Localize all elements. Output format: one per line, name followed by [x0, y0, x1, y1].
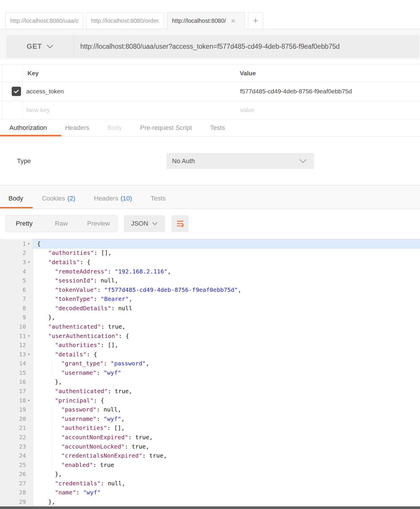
code-line: 24"credentialsNonExpired": true,	[0, 451, 420, 460]
request-tab-1[interactable]: http://localhost:8080/uaa/o	[5, 12, 83, 29]
url-bar: GET http://localhost:8080/uaa/user?acces…	[6, 35, 419, 58]
gutter-cell: 20	[0, 414, 33, 423]
code-line-content: "decodedDetails": null	[33, 304, 420, 313]
code-line: 16},	[0, 377, 420, 387]
url-input[interactable]: http://localhost:8080/uaa/user?access_to…	[74, 43, 340, 50]
fold-arrow-icon[interactable]: ▾	[26, 398, 32, 402]
gutter-cell: 27	[0, 479, 33, 488]
code-line: 29},	[0, 497, 420, 506]
code-line: 4"remoteAddress": "192.168.2.116",	[0, 267, 420, 276]
request-tab-3-active[interactable]: http://localhost:8080/ ✕	[167, 12, 245, 29]
new-tab-button[interactable]: +	[248, 12, 263, 29]
line-number: 21	[19, 424, 26, 431]
line-number: 6	[22, 286, 26, 293]
code-line-content: "details": {	[33, 257, 420, 267]
fold-arrow-icon[interactable]: ▾	[26, 260, 32, 264]
line-number: 24	[19, 452, 26, 459]
code-line-content: {	[33, 239, 420, 248]
line-number: 13	[19, 351, 26, 358]
code-line-content: "name": "wyf"	[33, 488, 420, 497]
line-number: 19	[19, 406, 26, 413]
gutter-cell: 7	[0, 294, 33, 304]
drag-handle-empty	[0, 101, 2, 119]
tab-tests[interactable]: Tests	[210, 124, 225, 132]
pretty-button[interactable]: Pretty	[6, 215, 43, 232]
line-number: 18	[19, 397, 26, 404]
response-tab-label: Headers	[94, 195, 118, 202]
code-line-content: },	[33, 469, 420, 479]
line-number: 16	[19, 378, 26, 385]
line-number: 4	[22, 268, 26, 275]
gutter-cell: 16	[0, 377, 33, 387]
horizontal-scrollbar[interactable]	[0, 506, 420, 509]
raw-button[interactable]: Raw	[43, 215, 80, 232]
response-toolbar: Pretty Raw Preview JSON	[0, 209, 420, 239]
response-tab-cookies[interactable]: Cookies(2)	[42, 195, 75, 202]
gutter-cell: 13▾	[0, 350, 33, 359]
code-line-content: "username": "wyf"	[33, 368, 420, 377]
gutter-cell: 14	[0, 359, 33, 368]
gutter-cell: 11▾	[0, 331, 33, 341]
fold-arrow-icon[interactable]: ▾	[26, 334, 32, 338]
gutter-cell: 19	[0, 405, 33, 414]
param-enabled-checkbox[interactable]	[12, 87, 21, 96]
param-row: access_token f577d485-cd49-4deb-8756-f9e…	[0, 82, 420, 101]
language-dropdown[interactable]: JSON	[124, 215, 165, 232]
response-body-code: 1▾{2"authorities": [],3▾"details": {4"re…	[0, 239, 420, 506]
language-value: JSON	[131, 220, 148, 227]
tab-body[interactable]: Body	[107, 124, 122, 132]
new-value-input[interactable]: value	[235, 101, 420, 119]
line-number: 12	[19, 341, 26, 348]
auth-type-dropdown[interactable]: No Auth	[166, 153, 314, 169]
line-number: 26	[19, 470, 26, 477]
wrap-lines-button[interactable]	[171, 215, 189, 232]
auth-type-value: No Auth	[172, 157, 299, 165]
code-line: 26},	[0, 469, 420, 479]
code-line-content: },	[33, 377, 420, 387]
code-line: 8"decodedDetails": null	[0, 304, 420, 313]
tab-label: http://localhost:8080/order/	[91, 18, 159, 24]
request-tab-2[interactable]: http://localhost:8080/order/	[86, 12, 164, 29]
code-line-content: "credentials": null,	[33, 479, 420, 488]
fold-arrow-icon[interactable]: ▾	[26, 242, 32, 246]
top-bar: http://localhost:8080/uaa/o http://local…	[0, 0, 420, 29]
tab-headers[interactable]: Headers	[65, 124, 89, 132]
response-tab-tests[interactable]: Tests	[151, 195, 166, 202]
code-line-content: "remoteAddress": "192.168.2.116",	[33, 267, 420, 276]
params-header-row: Key Value	[0, 65, 420, 82]
response-tab-body[interactable]: Body	[8, 195, 23, 202]
gutter-cell: 12	[0, 340, 33, 350]
fold-arrow-icon[interactable]: ▾	[26, 352, 32, 356]
tab-pre-request-script[interactable]: Pre-request Script	[140, 124, 192, 132]
method-dropdown[interactable]: GET	[6, 35, 74, 58]
code-line: 17"authenticated": true,	[0, 386, 420, 396]
new-key-input[interactable]: New key	[23, 101, 235, 119]
code-line: 21"authorities": [],	[0, 423, 420, 433]
tab-authorization[interactable]: Authorization	[9, 124, 47, 132]
response-section-tabs: Body Cookies(2) Headers(10) Tests	[0, 185, 420, 209]
drag-handle[interactable]	[0, 82, 2, 101]
wrap-lines-icon	[176, 219, 184, 228]
response-tab-headers[interactable]: Headers(10)	[94, 195, 132, 202]
code-line: 7"tokenType": "Bearer",	[0, 294, 420, 304]
line-number: 23	[19, 443, 26, 450]
param-key-field[interactable]: access_token	[23, 82, 235, 101]
code-line: 22"accountNonExpired": true,	[0, 433, 420, 442]
gutter-cell: 6	[0, 285, 33, 294]
gutter-cell: 28	[0, 488, 33, 497]
gutter-cell: 23	[0, 442, 33, 451]
code-line: 2"authorities": [],	[0, 248, 420, 258]
code-line-content: "authorities": [],	[33, 248, 420, 258]
active-tab-underline	[0, 135, 61, 136]
postman-app: http://localhost:8080/uaa/o http://local…	[0, 0, 420, 509]
gutter-cell: 29	[0, 497, 33, 506]
gutter-cell: 22	[0, 433, 33, 442]
param-value-field[interactable]: f577d485-cd49-4deb-8756-f9eaf0ebb75d	[235, 82, 420, 101]
line-number: 22	[19, 434, 26, 441]
code-line: 6"tokenValue": "f577d485-cd49-4deb-8756-…	[0, 285, 420, 294]
close-icon[interactable]: ✕	[231, 18, 236, 24]
params-table: Key Value access_token f577d485-cd49-4de…	[0, 65, 420, 119]
code-line-content: "authenticated": true,	[33, 386, 420, 396]
preview-button[interactable]: Preview	[80, 215, 117, 232]
code-line: 20"username": "wyf",	[0, 414, 420, 423]
